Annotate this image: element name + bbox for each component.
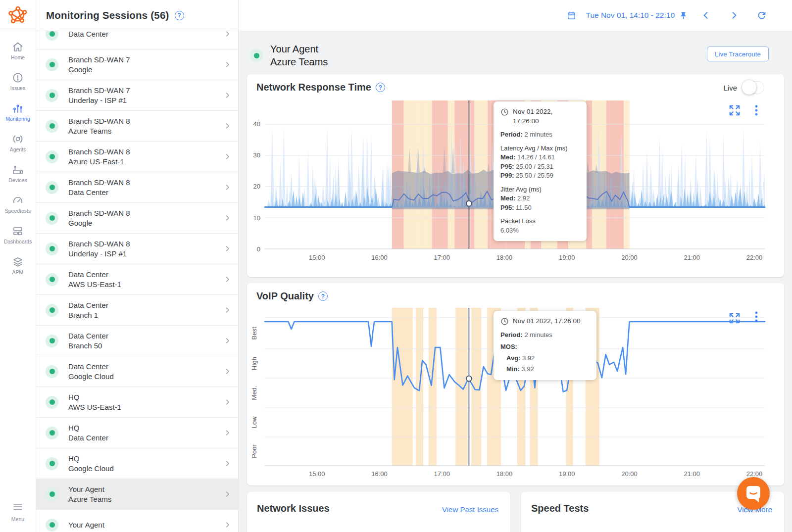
sidebar-item-menu[interactable]: Menu xyxy=(0,501,36,522)
home-icon xyxy=(12,41,24,53)
clock-icon xyxy=(500,317,509,326)
chevron-right-icon xyxy=(224,460,231,467)
sidebar-item-issues[interactable]: Issues xyxy=(0,72,36,91)
sessions-list: Data CenterBranch SD-WAN 7GoogleBranch S… xyxy=(36,31,239,532)
sidebar-item-label: Speedtests xyxy=(5,208,31,214)
status-dot-green xyxy=(46,89,58,102)
session-label: Branch SD-WAN 8Data Center xyxy=(68,178,130,197)
chevron-right-icon xyxy=(224,490,231,498)
help-circle-icon[interactable] xyxy=(318,291,328,301)
issues-icon xyxy=(12,72,24,84)
svg-text:30: 30 xyxy=(253,151,260,159)
chat-launcher-button[interactable] xyxy=(737,477,770,510)
svg-text:0: 0 xyxy=(257,245,260,253)
status-dot-green xyxy=(46,273,58,286)
sidebar-item-label: Menu xyxy=(11,516,24,522)
svg-text:20:00: 20:00 xyxy=(621,254,638,261)
session-row[interactable]: Branch SD-WAN 7Underlay - ISP #1 xyxy=(36,80,238,111)
clock-icon xyxy=(500,108,509,116)
svg-text:10: 10 xyxy=(253,214,260,222)
session-row[interactable]: Data CenterBranch 1 xyxy=(36,295,238,326)
network-chart-tooltip: Nov 01 2022,17:26:00 Period: 2 minutes L… xyxy=(494,101,587,241)
network-issues-title: Network Issues xyxy=(257,503,330,514)
session-row[interactable]: HQData Center xyxy=(36,418,238,448)
refresh-icon[interactable] xyxy=(756,10,767,21)
chart-menu-icon[interactable] xyxy=(754,311,758,323)
live-toggle[interactable] xyxy=(742,81,764,94)
svg-text:17:00: 17:00 xyxy=(434,254,450,261)
sidebar: HomeIssuesMonitoringAgentsDevicesSpeedte… xyxy=(0,31,36,532)
sidebar-item-apm[interactable]: APM xyxy=(0,256,36,275)
pin-icon[interactable] xyxy=(679,11,688,20)
speedtests-icon xyxy=(12,194,24,206)
status-dot-green xyxy=(46,335,58,347)
agent-title-line1: Your Agent xyxy=(270,43,328,55)
expand-chart-icon[interactable] xyxy=(728,312,741,325)
session-row[interactable]: Branch SD-WAN 8Azure US-East-1 xyxy=(36,142,238,172)
sidebar-item-monitoring[interactable]: Monitoring xyxy=(0,102,36,122)
session-label: HQData Center xyxy=(68,423,108,443)
session-row[interactable]: Data CenterGoogle Cloud xyxy=(36,356,238,387)
sidebar-item-dashboards[interactable]: Dashboards xyxy=(0,225,36,244)
chevron-right-icon[interactable] xyxy=(729,10,739,20)
live-traceroute-button[interactable]: Live Traceroute xyxy=(707,47,769,61)
chevron-left-icon[interactable] xyxy=(701,10,711,20)
date-range-text[interactable]: Tue Nov 01, 14:10 - 22:10 xyxy=(586,11,675,20)
sidebar-item-home[interactable]: Home xyxy=(0,41,36,60)
expand-chart-icon[interactable] xyxy=(728,104,741,117)
sidebar-item-speedtests[interactable]: Speedtests xyxy=(0,194,36,214)
chevron-right-icon xyxy=(224,306,231,314)
agent-header: Your Agent Azure Teams xyxy=(250,43,328,68)
sidebar-item-label: Devices xyxy=(8,177,27,183)
session-label: Your Agent xyxy=(68,520,104,530)
session-row[interactable]: Data CenterAWS US-East-1 xyxy=(36,264,238,295)
status-dot-green xyxy=(250,49,263,62)
svg-text:18:00: 18:00 xyxy=(496,254,513,261)
session-row[interactable]: Branch SD-WAN 8Azure Teams xyxy=(36,111,238,142)
devices-icon xyxy=(12,164,24,176)
chevron-right-icon xyxy=(224,153,231,160)
session-row[interactable]: Branch SD-WAN 8Google xyxy=(36,203,238,234)
sidebar-item-devices[interactable]: Devices xyxy=(0,164,36,183)
svg-text:22:00: 22:00 xyxy=(746,254,763,261)
chevron-right-icon xyxy=(224,245,231,252)
chevron-right-icon xyxy=(224,214,231,222)
session-row[interactable]: Data Center xyxy=(36,31,238,49)
time-range-controls: Tue Nov 01, 14:10 - 22:10 xyxy=(567,10,792,21)
network-chart-title: Network Response Time xyxy=(256,82,371,93)
voip-quality-card: VoIP Quality BestHighMed.LowPoor15:0016:… xyxy=(247,283,784,485)
view-past-issues-link[interactable]: View Past Issues xyxy=(442,505,498,514)
status-dot-green xyxy=(46,396,58,409)
live-toggle-label: Live xyxy=(723,84,737,92)
session-row[interactable]: Data CenterBranch 50 xyxy=(36,326,238,356)
session-row[interactable]: HQGoogle Cloud xyxy=(36,448,238,479)
session-row[interactable]: Branch SD-WAN 8Data Center xyxy=(36,172,238,203)
sidebar-item-agents[interactable]: Agents xyxy=(0,133,36,152)
chevron-right-icon xyxy=(224,398,231,406)
session-row[interactable]: Your Agent xyxy=(36,510,238,532)
chat-bubble-icon xyxy=(744,484,762,503)
sidebar-item-label: Issues xyxy=(10,85,25,91)
status-dot-green xyxy=(46,519,58,532)
help-circle-icon[interactable] xyxy=(376,83,385,92)
voip-chart-title: VoIP Quality xyxy=(256,290,314,302)
session-row[interactable]: Your AgentAzure Teams xyxy=(36,479,238,510)
app-logo[interactable] xyxy=(0,0,36,31)
chevron-right-icon xyxy=(224,184,231,191)
chart-menu-icon[interactable] xyxy=(754,104,758,116)
help-circle-icon[interactable] xyxy=(175,11,184,20)
svg-text:Poor: Poor xyxy=(250,444,258,458)
network-issues-card: Network Issues View Past Issues xyxy=(247,492,510,532)
svg-text:16:00: 16:00 xyxy=(371,470,388,478)
main-content: Your Agent Azure Teams Live Traceroute N… xyxy=(239,31,792,532)
calendar-icon[interactable] xyxy=(567,11,576,20)
sidebar-nav: HomeIssuesMonitoringAgentsDevicesSpeedte… xyxy=(0,31,36,275)
voip-chart-tooltip: Nov 01 2022, 17:26:00 Period: 2 minutes … xyxy=(494,311,596,380)
sidebar-item-label: Home xyxy=(11,54,25,60)
svg-text:Med.: Med. xyxy=(250,386,258,400)
session-row[interactable]: HQAWS US-East-1 xyxy=(36,387,238,418)
session-label: Branch SD-WAN 8Azure Teams xyxy=(68,116,130,136)
session-row[interactable]: Branch SD-WAN 7Google xyxy=(36,49,238,80)
svg-text:40: 40 xyxy=(253,120,260,128)
session-row[interactable]: Branch SD-WAN 8Underlay - ISP #1 xyxy=(36,234,238,264)
